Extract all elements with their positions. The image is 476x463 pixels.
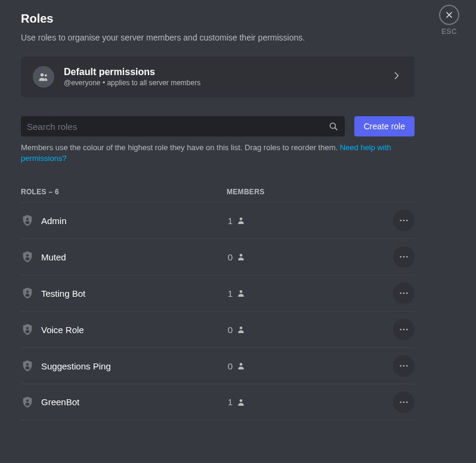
person-icon [236, 288, 246, 298]
role-row[interactable]: Muted 0 [21, 238, 415, 275]
page-title: Roles [21, 12, 415, 26]
close-icon [444, 10, 454, 20]
role-name: Muted [41, 252, 66, 262]
search-box[interactable] [21, 116, 345, 136]
more-icon [398, 215, 409, 226]
members-count-cell: 1 [227, 216, 393, 226]
default-permissions-card[interactable]: Default permissions @everyone • applies … [21, 57, 415, 97]
role-more-button[interactable] [393, 282, 415, 304]
shield-icon [21, 213, 34, 228]
more-icon [398, 251, 409, 262]
role-row[interactable]: GreenBot 1 [21, 384, 415, 420]
more-icon [398, 324, 409, 335]
more-icon [398, 397, 409, 408]
role-row[interactable]: Testing Bot 1 [21, 275, 415, 311]
member-count: 0 [227, 361, 233, 371]
create-role-button[interactable]: Create role [354, 116, 415, 136]
person-icon [236, 397, 246, 407]
member-count: 1 [227, 216, 233, 226]
column-header-members: MEMBERS [227, 188, 415, 196]
shield-icon [21, 286, 34, 300]
more-icon [398, 361, 409, 371]
more-icon [398, 288, 409, 299]
hint-text: Members use the colour of the highest ro… [21, 142, 415, 164]
person-icon [236, 252, 246, 262]
shield-icon [21, 395, 34, 409]
role-more-button[interactable] [393, 246, 415, 268]
shield-icon [21, 250, 34, 264]
person-icon [236, 325, 246, 334]
member-count: 0 [227, 325, 233, 335]
search-icon [328, 121, 339, 132]
role-name: GreenBot [41, 397, 79, 407]
page-subtitle: Use roles to organise your server member… [21, 33, 415, 42]
role-row[interactable]: Suggestions Ping 0 [21, 347, 415, 384]
close-button[interactable] [439, 5, 459, 25]
role-name: Suggestions Ping [41, 361, 111, 371]
role-more-button[interactable] [393, 391, 415, 413]
shield-icon [21, 322, 34, 337]
member-count: 0 [227, 252, 233, 262]
members-count-cell: 0 [227, 325, 393, 335]
esc-label: ESC [441, 27, 457, 36]
default-perms-title: Default permissions [64, 67, 381, 77]
role-name: Voice Role [41, 325, 84, 335]
default-perms-subtitle: @everyone • applies to all server member… [64, 79, 381, 87]
people-icon [33, 66, 54, 88]
role-more-button[interactable] [393, 355, 415, 377]
search-input[interactable] [27, 122, 328, 132]
members-count-cell: 0 [227, 252, 393, 262]
chevron-right-icon [391, 70, 403, 84]
member-count: 1 [227, 397, 233, 407]
members-count-cell: 0 [227, 361, 393, 371]
shield-icon [21, 359, 34, 373]
person-icon [236, 216, 246, 225]
role-row[interactable]: Admin 1 [21, 202, 415, 238]
person-icon [236, 361, 246, 371]
role-more-button[interactable] [393, 210, 415, 231]
column-header-roles: ROLES – 6 [21, 188, 227, 196]
role-name: Admin [41, 216, 67, 226]
members-count-cell: 1 [227, 288, 393, 299]
role-row[interactable]: Voice Role 0 [21, 311, 415, 347]
role-more-button[interactable] [393, 319, 415, 340]
member-count: 1 [227, 288, 233, 299]
members-count-cell: 1 [227, 397, 393, 407]
role-name: Testing Bot [41, 288, 85, 299]
